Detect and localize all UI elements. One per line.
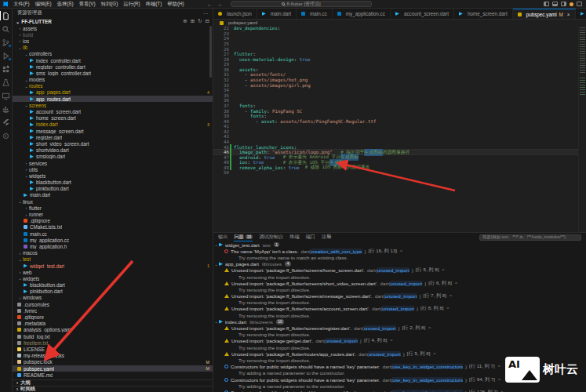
tree-file-.cursorrules[interactable]: .cursorrules bbox=[13, 301, 213, 307]
panel-tab-终端[interactable]: 终端 bbox=[289, 233, 299, 241]
notification-icon[interactable] bbox=[570, 2, 573, 6]
problem-row[interactable]: Constructors for public widgets should h… bbox=[213, 389, 586, 392]
problem-rule-link[interactable]: use_key_in_widget_constructors bbox=[392, 364, 463, 369]
problem-rule-link[interactable]: unused_import bbox=[369, 351, 401, 357]
source-control-icon[interactable] bbox=[2, 38, 11, 47]
problem-file-row[interactable]: ⌄widget_test.darttest1 bbox=[213, 241, 586, 248]
tree-folder-ios[interactable]: ›ios bbox=[13, 38, 213, 44]
tree-file-my_application.cc[interactable]: my_application.cc bbox=[13, 237, 213, 243]
problem-row[interactable]: The name 'MyApp' isn't a class. dart(cre… bbox=[213, 248, 586, 254]
views-more-icon[interactable]: ⋯ bbox=[203, 10, 208, 16]
collapse-icon[interactable]: ^ bbox=[498, 377, 500, 383]
collapse-icon[interactable]: ^ bbox=[428, 325, 431, 331]
new-file-icon[interactable]: ⊕ bbox=[183, 18, 187, 24]
collapse-icon[interactable]: ^ bbox=[498, 364, 500, 369]
tree-folder-linux[interactable]: ⌄linux bbox=[13, 198, 213, 205]
outline-section[interactable]: › 大纲 bbox=[13, 379, 213, 386]
tree-file-blackbutton.dart[interactable]: blackbutton.dart bbox=[13, 180, 213, 186]
explorer-icon[interactable] bbox=[2, 11, 11, 20]
menu-item[interactable]: 帮助(H) bbox=[165, 1, 186, 8]
tree-file-index_controller.dart[interactable]: index_controller.dart bbox=[13, 57, 213, 64]
tree-file-register_controller.dart[interactable]: register_controller.dart bbox=[13, 64, 213, 70]
timeline-section[interactable]: › 时间线 bbox=[13, 386, 213, 392]
extensions-icon[interactable] bbox=[2, 64, 11, 74]
remote-explorer-icon[interactable] bbox=[2, 91, 11, 100]
customize-layout-icon[interactable] bbox=[577, 2, 582, 6]
tree-folder-routes[interactable]: ⌄routes bbox=[13, 83, 213, 89]
tab-pubspec.yaml[interactable]: pubspec.yamlM× bbox=[513, 9, 576, 19]
tree-folder-runner[interactable]: ›runner bbox=[13, 211, 213, 217]
run-and-debug-icon[interactable] bbox=[2, 51, 11, 60]
tab-launch.json[interactable]: launch.json bbox=[213, 9, 257, 19]
tab-home_screen.dart[interactable]: home_screen.dart bbox=[454, 9, 513, 19]
menu-item[interactable]: 查看(V) bbox=[77, 1, 98, 8]
problem-file-row[interactable]: ⌄index.dartlib\screens10 bbox=[213, 318, 586, 325]
tree-file-.fvmrc[interactable]: .fvmrc bbox=[13, 307, 213, 314]
problem-row[interactable]: Unused import: 'package:ff_flutter/scree… bbox=[213, 267, 586, 274]
tree-file-freeitem.txt[interactable]: freeitem.txt bbox=[13, 339, 213, 346]
tree-file-main.cc[interactable]: main.cc bbox=[13, 230, 213, 237]
problem-row[interactable]: Unused import: 'package:ff_flutter/scree… bbox=[213, 325, 586, 331]
tree-file-home_screen.dart[interactable]: home_screen.dart bbox=[13, 115, 213, 122]
tree-folder-utils[interactable]: ›utils bbox=[13, 166, 213, 172]
tree-folder-screens[interactable]: ⌄screens bbox=[13, 102, 213, 108]
tree-folder-macos[interactable]: ›macos bbox=[13, 250, 213, 256]
toggle-secondary-sidebar-icon[interactable] bbox=[561, 2, 566, 6]
problem-rule-link[interactable]: use_key_in_widget_constructors bbox=[392, 377, 463, 383]
collapse-icon[interactable]: ^ bbox=[400, 249, 402, 254]
command-center[interactable]: ff-flutter [管理员] bbox=[231, 1, 372, 7]
collapse-icon[interactable]: ^ bbox=[455, 281, 457, 286]
problems-filter-input[interactable]: 筛选(例如 text、**/*.ts、!**/node_modules/**) bbox=[479, 234, 581, 241]
menu-item[interactable]: 编辑(E) bbox=[33, 1, 54, 8]
tree-folder-models[interactable]: ⌄models bbox=[13, 77, 213, 83]
collapse-icon[interactable]: ^ bbox=[442, 267, 444, 273]
problem-rule-link[interactable]: unused_import bbox=[377, 267, 409, 273]
tree-file-pubspec.yaml[interactable]: pubspec.yamlM bbox=[13, 365, 213, 372]
tree-file-pinkbutton.dart[interactable]: pinkbutton.dart bbox=[13, 289, 213, 295]
tab-widget_test.dart[interactable]: widget_test.dart1 bbox=[576, 9, 586, 19]
sidebar-scrollbar[interactable] bbox=[209, 26, 212, 78]
tree-file-build_log.txt[interactable]: build_log.txt bbox=[13, 333, 213, 339]
tree-file-README.md[interactable]: README.md bbox=[13, 372, 213, 378]
nav-back-icon[interactable]: ← bbox=[207, 2, 213, 7]
tree-file-pubspec.lock[interactable]: pubspec.lockM bbox=[13, 359, 213, 365]
tree-file-.metadata[interactable]: .metadata bbox=[13, 321, 213, 327]
tab-my_application.cc[interactable]: my_application.cc bbox=[333, 9, 391, 19]
close-icon[interactable]: × bbox=[567, 12, 570, 17]
collapse-all-icon[interactable]: ⊟ bbox=[206, 18, 209, 24]
menu-item[interactable]: 转到(G) bbox=[99, 1, 121, 8]
code-editor[interactable]: 22dev_dependencies:2324252627flutter:28 … bbox=[213, 26, 586, 232]
tree-folder-lib[interactable]: ⌄lib bbox=[13, 45, 213, 51]
tree-file-index.dart[interactable]: index.dart3 bbox=[13, 122, 213, 128]
tree-file-widget_test.dart[interactable]: widget_test.dart1 bbox=[13, 263, 213, 269]
collapse-icon[interactable]: ^ bbox=[433, 351, 435, 357]
toggle-panel-icon[interactable] bbox=[552, 2, 558, 6]
problem-rule-link[interactable]: unused_import bbox=[326, 338, 358, 343]
tree-folder-web[interactable]: ›web bbox=[13, 269, 213, 275]
project-root-row[interactable]: ⌄ FF-FLUTTER ⊕ ⊞ ↻ ⊟ bbox=[13, 17, 213, 25]
docker-icon[interactable] bbox=[2, 104, 11, 114]
tree-file-.gitignore[interactable]: .gitignore bbox=[13, 218, 213, 224]
toggle-primary-sidebar-icon[interactable] bbox=[544, 2, 549, 6]
tree-file-shortvideo.dart[interactable]: shortvideo.dart bbox=[13, 147, 213, 154]
tree-folder-build[interactable]: ›build bbox=[13, 31, 213, 38]
search-icon[interactable] bbox=[2, 24, 11, 34]
tree-file-smslogin.dart[interactable]: smslogin.dart bbox=[13, 154, 213, 160]
problem-row[interactable]: Unused import: 'package:ff_flutter/scree… bbox=[213, 280, 586, 286]
tree-file-my-release-key.jks[interactable]: my-release-key.jks bbox=[13, 353, 213, 359]
tree-folder-controllers[interactable]: ⌄controllers bbox=[13, 51, 213, 57]
tree-file-app_pages.dart[interactable]: app_pages.dart4 bbox=[13, 89, 213, 96]
problem-row[interactable]: Unused import: 'package:ff_flutter/scree… bbox=[213, 306, 586, 312]
tree-folder-assets[interactable]: ›assets bbox=[13, 25, 213, 31]
tree-file-my_application.h[interactable]: my_application.h bbox=[13, 243, 213, 249]
tree-file-sms_login_controller.dart[interactable]: sms_login_controller.dart bbox=[13, 70, 213, 76]
tree-file-CMakeLists.txt[interactable]: CMakeLists.txt bbox=[13, 224, 213, 230]
flutter-icon[interactable] bbox=[2, 118, 11, 127]
tree-folder-flutter[interactable]: ›flutter bbox=[13, 205, 213, 211]
problem-file-row[interactable]: ⌄app_pages.dartlib\routes4 bbox=[213, 261, 586, 267]
tree-folder-test[interactable]: ⌄test bbox=[13, 256, 213, 263]
menu-item[interactable]: 选择(S) bbox=[55, 1, 76, 8]
tree-folder-services[interactable]: ›services bbox=[13, 160, 213, 166]
breadcrumb[interactable]: pubspec.yaml bbox=[213, 20, 586, 26]
problem-row[interactable]: Unused import: 'package:ff_flutter/scree… bbox=[213, 293, 586, 299]
